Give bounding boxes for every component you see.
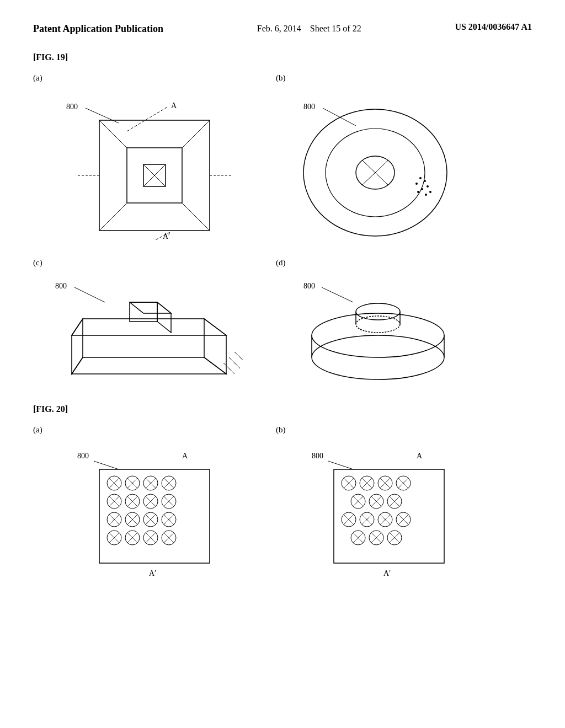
figure-19a: (a) 800 A <box>33 73 265 242</box>
grid-circles <box>107 476 176 545</box>
svg-line-46 <box>322 287 353 302</box>
svg-text:800: 800 <box>303 103 315 111</box>
svg-text:A: A <box>417 452 423 460</box>
figure-19d: (d) 800 <box>276 258 486 382</box>
figure-20-title: [FIG. 20] <box>33 404 532 414</box>
svg-line-44 <box>223 363 234 374</box>
svg-line-42 <box>229 357 240 368</box>
svg-line-8 <box>182 203 210 231</box>
figure-20b-svg: 800 A <box>276 439 463 593</box>
svg-marker-38 <box>130 302 171 313</box>
publication-title: Patent Application Publication <box>33 22 163 36</box>
svg-marker-36 <box>72 319 83 374</box>
panel-19d-label: (d) <box>276 258 286 267</box>
page: Patent Application Publication Feb. 6, 2… <box>0 0 565 728</box>
svg-point-27 <box>424 180 426 182</box>
patent-number: US 2014/0036647 A1 <box>455 22 532 32</box>
svg-line-3 <box>127 106 168 131</box>
svg-point-31 <box>425 194 427 196</box>
svg-line-7 <box>99 203 127 231</box>
svg-point-51 <box>356 303 400 320</box>
svg-line-6 <box>182 120 210 148</box>
page-header: Patent Application Publication Feb. 6, 2… <box>33 22 532 36</box>
svg-text:A′: A′ <box>163 232 170 240</box>
figure-19c: (c) 800 <box>33 258 265 382</box>
figure-20-row: (a) 800 A <box>33 425 532 593</box>
figure-19-row1: (a) 800 A <box>33 73 532 242</box>
svg-rect-111 <box>334 469 444 563</box>
figure-20a-svg: 800 A <box>33 439 243 593</box>
panel-19a-label: (a) <box>33 73 42 83</box>
svg-point-29 <box>419 177 422 179</box>
svg-line-56 <box>94 461 119 469</box>
publication-date-sheet: Feb. 6, 2014 Sheet 15 of 22 <box>257 22 361 35</box>
panel-20a-label: (a) <box>33 425 42 435</box>
sheet-number: Sheet 15 of 22 <box>310 24 361 33</box>
svg-text:800: 800 <box>303 282 315 290</box>
svg-point-28 <box>427 185 429 188</box>
figure-19b-svg: 800 <box>276 87 463 242</box>
svg-text:A′: A′ <box>383 569 391 577</box>
panel-19c-label: (c) <box>33 258 42 267</box>
svg-marker-34 <box>72 357 226 374</box>
svg-line-5 <box>99 120 127 148</box>
svg-line-33 <box>74 287 105 302</box>
svg-marker-37 <box>204 319 226 374</box>
figure-19-section: [FIG. 19] (a) 800 A <box>33 52 532 382</box>
svg-line-109 <box>328 461 353 469</box>
svg-text:800: 800 <box>77 452 89 460</box>
svg-line-43 <box>234 352 243 363</box>
panel-19b-label: (b) <box>276 73 286 83</box>
svg-marker-40 <box>157 302 171 333</box>
figure-20a: (a) 800 A <box>33 425 265 593</box>
svg-text:800: 800 <box>66 103 78 111</box>
figure-19-title: [FIG. 19] <box>33 52 532 62</box>
panel-20b-label: (b) <box>276 425 286 435</box>
figure-19c-svg: 800 <box>33 272 243 382</box>
svg-point-26 <box>417 191 419 193</box>
figure-19a-svg: 800 A <box>33 87 243 242</box>
svg-text:A′: A′ <box>149 569 156 577</box>
svg-point-24 <box>415 183 418 185</box>
figure-19d-svg: 800 <box>276 272 463 382</box>
svg-text:A: A <box>182 452 188 460</box>
publication-date: Feb. 6, 2014 <box>257 24 301 33</box>
figure-19-row2: (c) 800 <box>33 258 532 382</box>
figure-20b: (b) 800 A <box>276 425 486 593</box>
svg-point-30 <box>429 191 431 193</box>
svg-text:800: 800 <box>312 452 323 460</box>
svg-point-52 <box>356 316 400 333</box>
svg-line-18 <box>323 108 356 126</box>
svg-text:800: 800 <box>55 282 67 290</box>
figure-20-section: [FIG. 20] (a) 800 A <box>33 404 532 593</box>
svg-text:A: A <box>171 101 177 110</box>
figure-19b: (b) 800 <box>276 73 486 242</box>
svg-point-25 <box>421 188 423 190</box>
svg-rect-58 <box>99 469 210 563</box>
svg-line-1 <box>86 108 119 123</box>
